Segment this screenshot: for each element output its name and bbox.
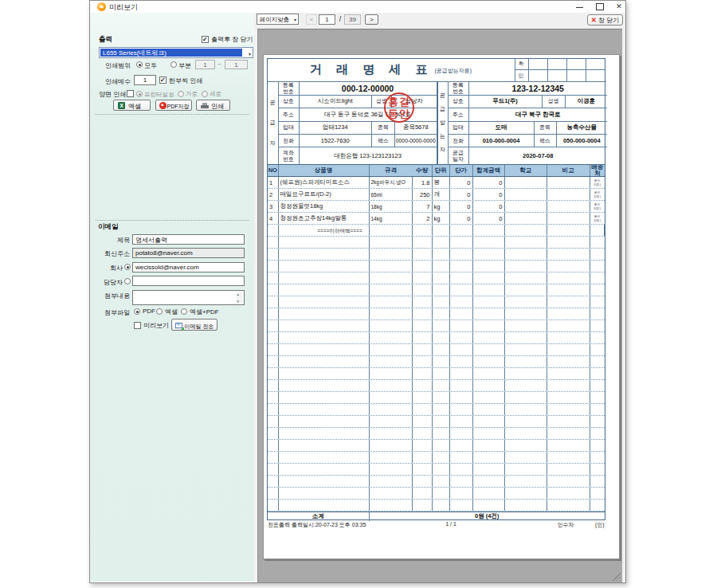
footer-print-info: 전표출력 출력일시:20-07-23 오후 03:35: [268, 521, 366, 529]
footer-sign-label: (인): [595, 521, 605, 529]
duplex-horizontal-radio[interactable]: [178, 91, 184, 97]
table-cell: [590, 464, 605, 475]
table-cell: [473, 500, 505, 511]
send-email-button[interactable]: 이메일 전송: [171, 319, 217, 331]
company-radio[interactable]: [124, 264, 131, 270]
table-cell: [590, 308, 605, 319]
print-button[interactable]: 인쇄: [196, 100, 230, 111]
close-after-output-checkbox[interactable]: [202, 36, 209, 43]
manager-radio[interactable]: [124, 278, 131, 284]
current-page-input[interactable]: 1: [319, 14, 335, 25]
attach-pdf-radio[interactable]: [134, 308, 140, 315]
table-cell: [370, 237, 413, 248]
table-cell: 0: [450, 213, 473, 224]
attach-excel-radio[interactable]: [156, 308, 163, 315]
confirm-label-bottom: 인: [515, 70, 528, 81]
preview-right-strip: [622, 29, 625, 582]
copies-label: 인쇄매수: [104, 77, 131, 86]
print-settings-panel: 출력 출력후 창 닫기 L655 Series(네트워크) ▾ 인쇄범위 모두 …: [90, 13, 255, 582]
duplex-printer-radio[interactable]: [136, 91, 143, 97]
table-cell: [433, 261, 450, 272]
supplier-item-label: 종목: [372, 122, 395, 135]
pdf-save-button[interactable]: PDF저장: [155, 100, 192, 111]
table-cell: [547, 440, 590, 451]
table-cell: [413, 344, 433, 355]
table-cell: [433, 284, 450, 296]
receiver-name-value: 푸드1(주): [469, 96, 543, 108]
table-cell: [433, 344, 450, 355]
table-row: [268, 380, 605, 392]
duplex-vertical-radio[interactable]: [202, 91, 208, 97]
minimize-button[interactable]: [573, 1, 587, 13]
table-cell: [473, 404, 505, 415]
confirm-cell: [528, 59, 547, 70]
copies-input[interactable]: 1: [134, 75, 156, 85]
table-cell: [268, 464, 279, 475]
table-cell: [433, 308, 450, 319]
table-cell: [505, 344, 548, 355]
preview-checkbox[interactable]: [134, 322, 141, 329]
table-cell: [413, 416, 433, 427]
range-to-input[interactable]: 1: [225, 60, 248, 69]
table-cell: [370, 380, 413, 391]
table-cell: [370, 249, 413, 260]
next-page-button[interactable]: >: [365, 14, 378, 25]
attach-excel-pdf-radio[interactable]: [181, 308, 187, 315]
table-cell: [450, 416, 473, 427]
table-cell: [279, 452, 370, 463]
table-cell: [547, 201, 590, 212]
company-email-input[interactable]: wecissold@naver.com: [132, 262, 245, 272]
table-cell: [450, 452, 473, 463]
receiver-name-label: 상호: [449, 96, 469, 108]
range-from-input[interactable]: 1: [195, 60, 215, 69]
prev-page-button[interactable]: <: [306, 14, 317, 25]
printer-select[interactable]: L655 Series(네트워크) ▾: [99, 47, 253, 58]
table-cell: [413, 320, 433, 331]
table-cell: [590, 404, 605, 415]
table-cell: [450, 225, 473, 236]
table-cell: 푸드1(주): [590, 189, 605, 200]
receiver-addr-label: 주소: [449, 108, 469, 122]
duplex-checkbox[interactable]: [127, 90, 134, 97]
table-cell: [268, 428, 279, 439]
subject-input[interactable]: 명세서출력: [132, 234, 245, 245]
table-cell: [547, 296, 590, 308]
table-cell: [505, 488, 548, 499]
receiver-ceo-value: 이경훈: [566, 96, 608, 108]
table-cell: [268, 368, 279, 379]
resize-grip[interactable]: [613, 573, 621, 581]
attach-excel-label: 엑셀: [165, 308, 178, 316]
column-header: 수량: [413, 165, 433, 177]
table-row: [268, 308, 605, 320]
textarea-scrollbar[interactable]: [236, 292, 243, 304]
title-bar[interactable]: 미리보기: [90, 1, 625, 13]
table-cell: [505, 296, 548, 308]
table-cell: [450, 404, 473, 415]
collate-checkbox[interactable]: [159, 76, 167, 84]
maximize-button[interactable]: [593, 1, 607, 13]
table-cell: [473, 428, 505, 439]
receiver-biz-value: 도매: [469, 122, 535, 135]
zoom-select[interactable]: 페이지맞춤 ▾: [257, 14, 299, 25]
attach-content-textarea[interactable]: [132, 290, 245, 305]
confirm-cell: [566, 59, 586, 70]
range-part-radio[interactable]: [170, 61, 177, 68]
supplier-side-label: 공급자: [268, 82, 279, 165]
table-row: [268, 392, 605, 404]
table-cell: [370, 440, 413, 451]
table-cell: kg: [433, 201, 450, 212]
receiver-reg-label: 등록 번호: [449, 82, 469, 96]
manager-email-input[interactable]: [132, 276, 245, 286]
table-cell: [268, 488, 279, 499]
separator: [96, 220, 249, 221]
close-button[interactable]: [612, 1, 626, 13]
table-cell: [590, 284, 605, 296]
excel-button[interactable]: 엑셀: [113, 100, 151, 111]
table-row: 4청정원초고추장14kg말통14kg2kg00푸드1(주): [268, 213, 605, 225]
close-window-button[interactable]: ✕창 닫기: [587, 14, 623, 25]
table-cell: [547, 488, 590, 499]
preview-window: 미리보기 출력 출력후 창 닫기 L655 Series(네트워크) ▾ 인쇄범…: [89, 0, 626, 583]
reply-address-input[interactable]: potato8@naver.com: [132, 248, 245, 258]
range-all-radio[interactable]: [136, 61, 143, 68]
table-row: [268, 237, 605, 249]
